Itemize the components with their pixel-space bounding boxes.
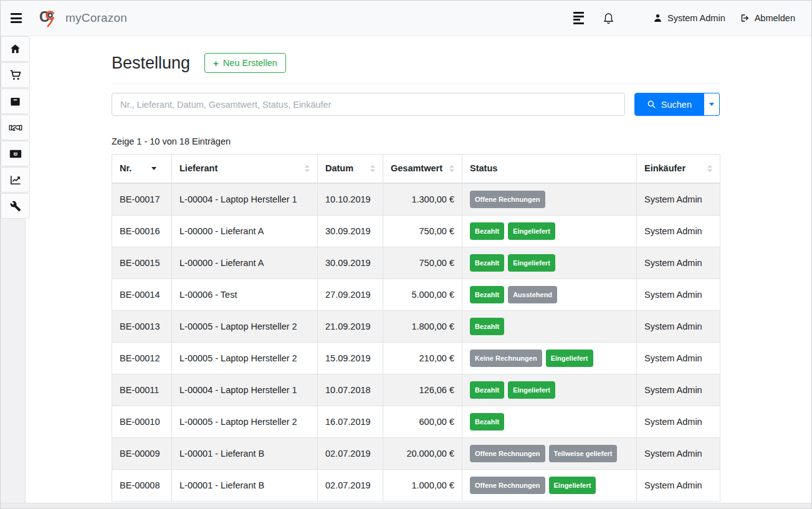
cell-einkaeufer: System Admin (637, 279, 720, 311)
orders-table: Nr. Lieferant Datum Gesamtwert (112, 154, 720, 502)
cell-datum: 16.07.2019 (318, 406, 383, 438)
cell-lieferant: L-00004 - Laptop Hersteller 1 (172, 374, 318, 406)
handshake-icon (9, 122, 22, 133)
cell-einkaeufer: System Admin (637, 183, 720, 216)
sort-icon (707, 165, 712, 172)
cell-einkaeufer: System Admin (637, 311, 720, 343)
column-header-nr[interactable]: Nr. (112, 155, 172, 184)
sidebar-item-partners[interactable] (1, 115, 30, 140)
main-content: Bestellung + Neu Erstellen Suchen (26, 36, 811, 503)
status-badge: Offene Rechnungen (470, 191, 545, 208)
cell-lieferant: L-00000 - Lieferant A (172, 216, 318, 247)
cell-lieferant: L-00005 - Laptop Hersteller 2 (172, 311, 318, 343)
results-info: Zeige 1 - 10 von 18 Einträgen (112, 136, 720, 146)
cell-datum: 02.07.2019 (318, 438, 383, 470)
status-badge: Offene Rechnungen (470, 445, 545, 462)
create-new-button[interactable]: + Neu Erstellen (204, 53, 286, 73)
cell-einkaeufer: System Admin (637, 374, 720, 406)
cell-gesamtwert: 1.300,00 € (383, 183, 462, 216)
cell-einkaeufer: System Admin (637, 343, 720, 374)
cell-einkaeufer: System Admin (637, 470, 720, 502)
status-badge: Bezahlt (470, 254, 504, 272)
cell-status: Keine RechnungenEingeliefert (462, 343, 637, 374)
table-row[interactable]: BE-00014L-00006 - Test27.09.20195.000,00… (112, 279, 720, 311)
cell-datum: 10.07.2018 (318, 374, 383, 406)
status-badge: Eingeliefert (549, 477, 596, 494)
status-badge: Bezahlt (470, 413, 504, 431)
chart-line-icon (9, 174, 22, 186)
cell-datum: 27.09.2019 (318, 279, 383, 311)
column-header-status[interactable]: Status (462, 155, 637, 184)
cell-nr: BE-00012 (112, 343, 172, 374)
table-row[interactable]: BE-00015L-00000 - Lieferant A30.09.20197… (112, 247, 720, 279)
cell-gesamtwert: 750,00 € (383, 247, 462, 279)
cell-gesamtwert: 1.800,00 € (383, 311, 462, 343)
cell-einkaeufer: System Admin (637, 406, 720, 438)
sidebar-item-finance[interactable]: 0 (1, 141, 30, 166)
user-icon (653, 13, 662, 23)
search-button[interactable]: Suchen (634, 93, 704, 116)
table-header-row: Nr. Lieferant Datum Gesamtwert (112, 155, 720, 184)
cell-nr: BE-00013 (112, 311, 172, 343)
logout-label: Abmelden (755, 13, 795, 23)
menu-toggle-icon[interactable] (11, 13, 24, 23)
cell-status: Offene RechnungenTeilweise geliefert (462, 438, 637, 470)
table-row[interactable]: BE-00012L-00005 - Laptop Hersteller 215.… (112, 343, 720, 374)
cell-nr: BE-00008 (112, 470, 172, 502)
title-divider (112, 83, 720, 84)
sidebar-item-inventory[interactable] (1, 88, 30, 114)
cell-lieferant: L-00005 - Laptop Hersteller 2 (172, 343, 318, 374)
sidebar-item-reports[interactable] (1, 167, 30, 193)
sort-icon (370, 165, 375, 172)
money-bill-icon: 0 (9, 149, 22, 159)
cell-gesamtwert: 210,00 € (383, 343, 462, 374)
column-header-lieferant[interactable]: Lieferant (172, 155, 318, 184)
user-menu[interactable]: System Admin (653, 13, 725, 23)
logout-button[interactable]: Abmelden (739, 13, 795, 23)
cell-nr: BE-00015 (112, 247, 172, 279)
cell-status: Offene RechnungenEingeliefert (462, 470, 637, 502)
cell-datum: 02.07.2019 (318, 470, 383, 502)
plus-icon: + (213, 59, 219, 68)
notifications-bell-icon[interactable] (603, 12, 614, 25)
cell-status: Bezahlt (462, 406, 637, 438)
table-row[interactable]: BE-00013L-00005 - Laptop Hersteller 221.… (112, 311, 720, 343)
cell-datum: 15.09.2019 (318, 343, 383, 374)
cell-gesamtwert: 126,06 € (383, 374, 462, 406)
user-name: System Admin (667, 13, 725, 23)
sidebar-item-home[interactable] (1, 36, 30, 62)
table-row[interactable]: BE-00017L-00004 - Laptop Hersteller 110.… (112, 183, 720, 216)
column-header-datum[interactable]: Datum (318, 155, 383, 184)
sidebar-item-orders[interactable] (1, 62, 30, 88)
table-row[interactable]: BE-00011L-00004 - Laptop Hersteller 110.… (112, 374, 720, 406)
search-options-dropdown[interactable] (704, 93, 720, 116)
cell-einkaeufer: System Admin (637, 247, 720, 279)
tasks-icon[interactable] (573, 12, 584, 24)
svg-text:0: 0 (14, 151, 17, 156)
cell-status: BezahltAusstehend (462, 279, 637, 311)
status-badge: Eingeliefert (508, 254, 555, 272)
table-row[interactable]: BE-00008L-00001 - Lieferant B02.07.20191… (112, 470, 720, 502)
cell-datum: 21.09.2019 (318, 311, 383, 343)
table-row[interactable]: BE-00010L-00005 - Laptop Hersteller 216.… (112, 406, 720, 438)
search-icon (647, 100, 656, 109)
archive-box-icon (9, 96, 21, 107)
cell-lieferant: L-00001 - Lieferant B (172, 470, 318, 502)
status-badge: Eingeliefert (546, 350, 593, 367)
cell-datum: 30.09.2019 (318, 216, 383, 247)
chevron-down-icon (709, 103, 714, 106)
column-header-gesamtwert[interactable]: Gesamtwert (383, 155, 462, 184)
sidebar-item-settings[interactable] (1, 193, 30, 219)
status-badge: Teilweise geliefert (549, 445, 618, 462)
cell-nr: BE-00017 (112, 183, 172, 216)
status-badge: Bezahlt (470, 318, 504, 335)
sidebar: 0 (1, 36, 26, 508)
table-row[interactable]: BE-00009L-00001 - Lieferant B02.07.20192… (112, 438, 720, 470)
column-header-einkaeufer[interactable]: Einkäufer (637, 155, 720, 184)
table-row[interactable]: BE-00016L-00000 - Lieferant A30.09.20197… (112, 216, 720, 247)
cell-einkaeufer: System Admin (637, 438, 720, 470)
status-badge: Eingeliefert (508, 381, 555, 399)
search-input[interactable] (112, 93, 625, 116)
sort-desc-icon (151, 167, 156, 170)
sort-icon (449, 165, 454, 172)
